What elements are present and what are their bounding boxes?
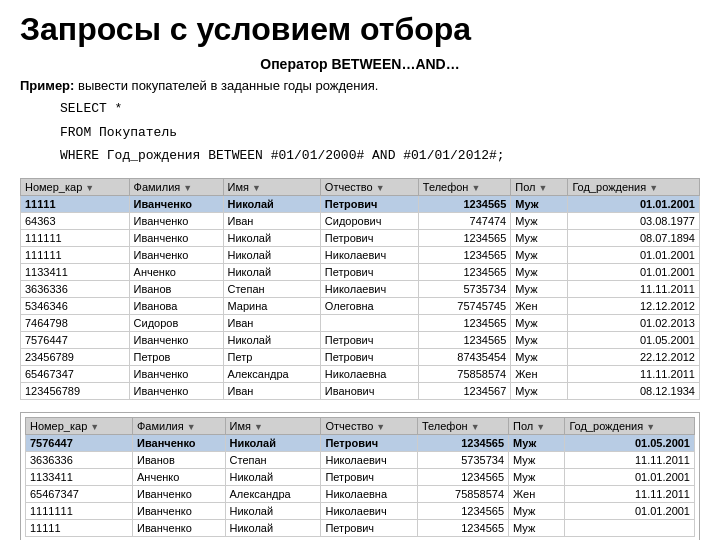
col-header-pol[interactable]: Пол ▼ [511, 178, 568, 195]
upper-table-cell: Иванченко [129, 246, 223, 263]
lower-table-cell: Муж [509, 468, 565, 485]
upper-table-cell: Николаевна [320, 365, 418, 382]
lower-table-cell: 5735734 [417, 451, 508, 468]
upper-table-row: 1133411АнченкоНиколайПетрович1234565Муж0… [21, 263, 700, 280]
upper-table-cell: Муж [511, 348, 568, 365]
upper-table-cell: 01.01.2001 [568, 263, 700, 280]
upper-table-row: 111111ИванченкоНиколайПетрович1234565Муж… [21, 229, 700, 246]
col-header-name[interactable]: Имя ▼ [223, 178, 320, 195]
upper-table-header-row: Номер_кар ▼ Фамилия ▼ Имя ▼ Отчество ▼ Т… [21, 178, 700, 195]
code-line-1: SELECT * [60, 97, 700, 120]
col-header-fam[interactable]: Фамилия ▼ [129, 178, 223, 195]
code-line-2: FROM Покупатель [60, 121, 700, 144]
lower-table-cell: Иванченко [132, 434, 225, 451]
upper-table-row: 111111ИванченкоНиколайНиколаевич1234565М… [21, 246, 700, 263]
lower-table-cell: Иванченко [132, 485, 225, 502]
lower-col-header-name[interactable]: Имя ▼ [225, 417, 321, 434]
upper-table-cell [320, 314, 418, 331]
upper-table-cell: 1234565 [418, 195, 510, 212]
upper-table-cell: Муж [511, 229, 568, 246]
lower-col-header-god[interactable]: Год_рождения ▼ [565, 417, 695, 434]
lower-table-cell: 3636336 [26, 451, 133, 468]
upper-table-cell: Иванова [129, 297, 223, 314]
upper-table-cell: Олеговна [320, 297, 418, 314]
lower-col-header-tel[interactable]: Телефон ▼ [417, 417, 508, 434]
upper-table-cell: Муж [511, 212, 568, 229]
lower-table-cell: Николаевич [321, 502, 418, 519]
upper-table-cell: Иванченко [129, 331, 223, 348]
upper-table-cell: 08.12.1934 [568, 382, 700, 399]
upper-table-cell: Муж [511, 263, 568, 280]
lower-table: Номер_кар ▼ Фамилия ▼ Имя ▼ Отчество ▼ Т… [25, 417, 695, 537]
upper-table-row: 3636336ИвановСтепанНиколаевич5735734Муж1… [21, 280, 700, 297]
upper-table-container: Номер_кар ▼ Фамилия ▼ Имя ▼ Отчество ▼ Т… [20, 178, 700, 400]
col-header-otch[interactable]: Отчество ▼ [320, 178, 418, 195]
upper-table-cell: Николаевич [320, 246, 418, 263]
upper-table-cell: Жен [511, 297, 568, 314]
upper-table-cell: 01.05.2001 [568, 331, 700, 348]
upper-table-cell: Степан [223, 280, 320, 297]
lower-table-cell: 11.11.2011 [565, 451, 695, 468]
lower-table-row: 7576447ИванченкоНиколайПетрович1234565Му… [26, 434, 695, 451]
upper-table-cell: 65467347 [21, 365, 130, 382]
upper-table-cell: 1234567 [418, 382, 510, 399]
upper-table-cell: Иванченко [129, 229, 223, 246]
upper-table-cell: Николай [223, 229, 320, 246]
col-header-num[interactable]: Номер_кар ▼ [21, 178, 130, 195]
lower-table-row: 3636336ИвановСтепанНиколаевич5735734Муж1… [26, 451, 695, 468]
upper-table-cell: Муж [511, 382, 568, 399]
upper-table-cell: 1234565 [418, 229, 510, 246]
lower-table-cell: Муж [509, 451, 565, 468]
upper-table-cell: 08.07.1894 [568, 229, 700, 246]
upper-table-cell: Петрович [320, 348, 418, 365]
upper-table-cell: Иван [223, 382, 320, 399]
upper-table-row: 5346346ИвановаМаринаОлеговна75745745Жен1… [21, 297, 700, 314]
col-header-god[interactable]: Год_рождения ▼ [568, 178, 700, 195]
upper-table-cell: 1133411 [21, 263, 130, 280]
upper-table-cell: 11.11.2011 [568, 365, 700, 382]
upper-table-cell: 3636336 [21, 280, 130, 297]
lower-col-header-num[interactable]: Номер_кар ▼ [26, 417, 133, 434]
upper-table-cell: Муж [511, 195, 568, 212]
upper-table-cell: Петров [129, 348, 223, 365]
lower-col-header-otch[interactable]: Отчество ▼ [321, 417, 418, 434]
lower-table-cell: Александра [225, 485, 321, 502]
lower-table-cell: Иванов [132, 451, 225, 468]
lower-table-cell: 1111111 [26, 502, 133, 519]
upper-table-cell: 111111 [21, 246, 130, 263]
lower-table-cell: Анченко [132, 468, 225, 485]
upper-table-cell: Иванченко [129, 212, 223, 229]
lower-table-cell: 1234565 [417, 502, 508, 519]
lower-table-cell: 1234565 [417, 468, 508, 485]
lower-col-header-pol[interactable]: Пол ▼ [509, 417, 565, 434]
lower-table-cell: Жен [509, 485, 565, 502]
upper-table-cell: 01.01.2001 [568, 195, 700, 212]
example-line: Пример: вывести покупателей в заданные г… [20, 78, 700, 93]
upper-table-cell: 11111 [21, 195, 130, 212]
lower-table-row: 11111ИванченкоНиколайПетрович1234565Муж [26, 519, 695, 536]
upper-table-cell: 75745745 [418, 297, 510, 314]
lower-table-cell: Иванченко [132, 502, 225, 519]
upper-table-cell: 747474 [418, 212, 510, 229]
upper-table-cell: 01.02.2013 [568, 314, 700, 331]
upper-table-cell: 7576447 [21, 331, 130, 348]
lower-table-cell: Петрович [321, 468, 418, 485]
lower-table-cell: 7576447 [26, 434, 133, 451]
upper-table-row: 7464798СидоровИван1234565Муж01.02.2013 [21, 314, 700, 331]
lower-table-cell: 11111 [26, 519, 133, 536]
lower-table-cell: Николай [225, 502, 321, 519]
lower-col-header-fam[interactable]: Фамилия ▼ [132, 417, 225, 434]
upper-table-cell: Марина [223, 297, 320, 314]
lower-table-cell: 01.01.2001 [565, 468, 695, 485]
upper-table-row: 23456789ПетровПетрПетрович87435454Муж22.… [21, 348, 700, 365]
upper-table-cell: Николай [223, 195, 320, 212]
col-header-tel[interactable]: Телефон ▼ [418, 178, 510, 195]
lower-table-cell: Николай [225, 434, 321, 451]
upper-table-cell: Муж [511, 280, 568, 297]
lower-table-cell: Петрович [321, 519, 418, 536]
lower-table-cell: Муж [509, 519, 565, 536]
upper-table-cell: Иванов [129, 280, 223, 297]
upper-table-cell: 1234565 [418, 263, 510, 280]
lower-table-cell: Степан [225, 451, 321, 468]
page-title: Запросы с условием отбора [20, 10, 700, 48]
